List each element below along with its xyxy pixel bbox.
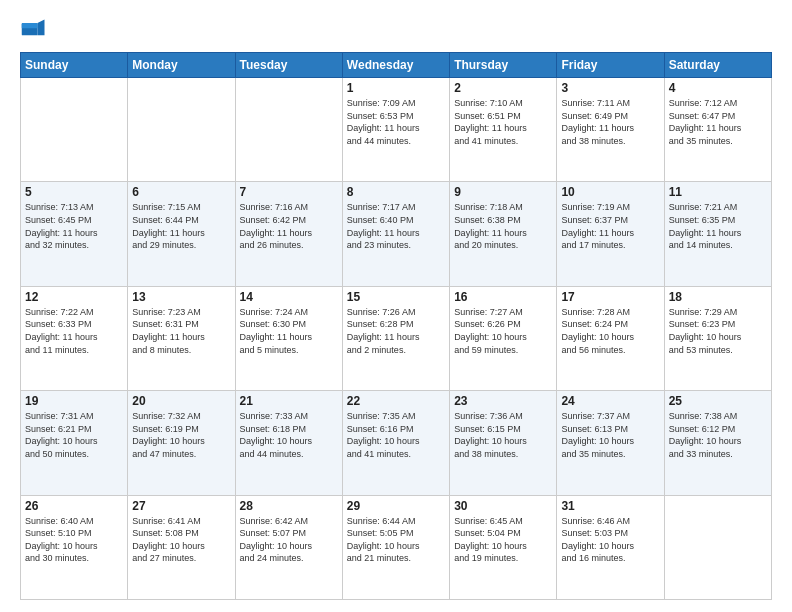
- week-row-3: 12Sunrise: 7:22 AM Sunset: 6:33 PM Dayli…: [21, 286, 772, 390]
- day-info: Sunrise: 7:26 AM Sunset: 6:28 PM Dayligh…: [347, 306, 445, 356]
- day-cell: 8Sunrise: 7:17 AM Sunset: 6:40 PM Daylig…: [342, 182, 449, 286]
- day-info: Sunrise: 7:38 AM Sunset: 6:12 PM Dayligh…: [669, 410, 767, 460]
- day-number: 22: [347, 394, 445, 408]
- day-cell: 31Sunrise: 6:46 AM Sunset: 5:03 PM Dayli…: [557, 495, 664, 599]
- day-cell: 20Sunrise: 7:32 AM Sunset: 6:19 PM Dayli…: [128, 391, 235, 495]
- day-info: Sunrise: 6:40 AM Sunset: 5:10 PM Dayligh…: [25, 515, 123, 565]
- page: SundayMondayTuesdayWednesdayThursdayFrid…: [0, 0, 792, 612]
- day-info: Sunrise: 7:09 AM Sunset: 6:53 PM Dayligh…: [347, 97, 445, 147]
- day-number: 25: [669, 394, 767, 408]
- day-info: Sunrise: 7:33 AM Sunset: 6:18 PM Dayligh…: [240, 410, 338, 460]
- day-info: Sunrise: 7:16 AM Sunset: 6:42 PM Dayligh…: [240, 201, 338, 251]
- day-number: 14: [240, 290, 338, 304]
- day-cell: 19Sunrise: 7:31 AM Sunset: 6:21 PM Dayli…: [21, 391, 128, 495]
- weekday-header-sunday: Sunday: [21, 53, 128, 78]
- day-cell: 27Sunrise: 6:41 AM Sunset: 5:08 PM Dayli…: [128, 495, 235, 599]
- day-info: Sunrise: 7:12 AM Sunset: 6:47 PM Dayligh…: [669, 97, 767, 147]
- day-info: Sunrise: 7:21 AM Sunset: 6:35 PM Dayligh…: [669, 201, 767, 251]
- day-number: 11: [669, 185, 767, 199]
- day-cell: 18Sunrise: 7:29 AM Sunset: 6:23 PM Dayli…: [664, 286, 771, 390]
- day-info: Sunrise: 7:22 AM Sunset: 6:33 PM Dayligh…: [25, 306, 123, 356]
- day-number: 10: [561, 185, 659, 199]
- day-number: 13: [132, 290, 230, 304]
- day-cell: 25Sunrise: 7:38 AM Sunset: 6:12 PM Dayli…: [664, 391, 771, 495]
- day-number: 23: [454, 394, 552, 408]
- day-number: 15: [347, 290, 445, 304]
- week-row-2: 5Sunrise: 7:13 AM Sunset: 6:45 PM Daylig…: [21, 182, 772, 286]
- day-number: 12: [25, 290, 123, 304]
- day-cell: [235, 78, 342, 182]
- day-number: 8: [347, 185, 445, 199]
- day-number: 2: [454, 81, 552, 95]
- day-cell: 11Sunrise: 7:21 AM Sunset: 6:35 PM Dayli…: [664, 182, 771, 286]
- day-cell: 1Sunrise: 7:09 AM Sunset: 6:53 PM Daylig…: [342, 78, 449, 182]
- day-info: Sunrise: 7:17 AM Sunset: 6:40 PM Dayligh…: [347, 201, 445, 251]
- weekday-header-friday: Friday: [557, 53, 664, 78]
- day-number: 26: [25, 499, 123, 513]
- day-number: 29: [347, 499, 445, 513]
- day-info: Sunrise: 7:29 AM Sunset: 6:23 PM Dayligh…: [669, 306, 767, 356]
- day-info: Sunrise: 7:13 AM Sunset: 6:45 PM Dayligh…: [25, 201, 123, 251]
- day-cell: 30Sunrise: 6:45 AM Sunset: 5:04 PM Dayli…: [450, 495, 557, 599]
- day-info: Sunrise: 7:23 AM Sunset: 6:31 PM Dayligh…: [132, 306, 230, 356]
- day-number: 5: [25, 185, 123, 199]
- day-cell: 16Sunrise: 7:27 AM Sunset: 6:26 PM Dayli…: [450, 286, 557, 390]
- day-info: Sunrise: 6:41 AM Sunset: 5:08 PM Dayligh…: [132, 515, 230, 565]
- day-info: Sunrise: 7:36 AM Sunset: 6:15 PM Dayligh…: [454, 410, 552, 460]
- day-cell: 9Sunrise: 7:18 AM Sunset: 6:38 PM Daylig…: [450, 182, 557, 286]
- day-cell: 4Sunrise: 7:12 AM Sunset: 6:47 PM Daylig…: [664, 78, 771, 182]
- day-cell: 15Sunrise: 7:26 AM Sunset: 6:28 PM Dayli…: [342, 286, 449, 390]
- weekday-header-row: SundayMondayTuesdayWednesdayThursdayFrid…: [21, 53, 772, 78]
- svg-marker-1: [38, 20, 45, 36]
- calendar-table: SundayMondayTuesdayWednesdayThursdayFrid…: [20, 52, 772, 600]
- logo: [20, 16, 52, 44]
- day-info: Sunrise: 7:19 AM Sunset: 6:37 PM Dayligh…: [561, 201, 659, 251]
- day-number: 6: [132, 185, 230, 199]
- day-number: 20: [132, 394, 230, 408]
- day-cell: 6Sunrise: 7:15 AM Sunset: 6:44 PM Daylig…: [128, 182, 235, 286]
- day-cell: 5Sunrise: 7:13 AM Sunset: 6:45 PM Daylig…: [21, 182, 128, 286]
- header: [20, 16, 772, 44]
- day-cell: 12Sunrise: 7:22 AM Sunset: 6:33 PM Dayli…: [21, 286, 128, 390]
- day-cell: 2Sunrise: 7:10 AM Sunset: 6:51 PM Daylig…: [450, 78, 557, 182]
- weekday-header-monday: Monday: [128, 53, 235, 78]
- day-info: Sunrise: 6:42 AM Sunset: 5:07 PM Dayligh…: [240, 515, 338, 565]
- day-number: 4: [669, 81, 767, 95]
- weekday-header-saturday: Saturday: [664, 53, 771, 78]
- weekday-header-thursday: Thursday: [450, 53, 557, 78]
- day-cell: 10Sunrise: 7:19 AM Sunset: 6:37 PM Dayli…: [557, 182, 664, 286]
- day-info: Sunrise: 7:35 AM Sunset: 6:16 PM Dayligh…: [347, 410, 445, 460]
- day-cell: [664, 495, 771, 599]
- week-row-4: 19Sunrise: 7:31 AM Sunset: 6:21 PM Dayli…: [21, 391, 772, 495]
- day-number: 24: [561, 394, 659, 408]
- day-number: 18: [669, 290, 767, 304]
- day-number: 28: [240, 499, 338, 513]
- day-number: 3: [561, 81, 659, 95]
- day-cell: 29Sunrise: 6:44 AM Sunset: 5:05 PM Dayli…: [342, 495, 449, 599]
- day-cell: 7Sunrise: 7:16 AM Sunset: 6:42 PM Daylig…: [235, 182, 342, 286]
- day-cell: 13Sunrise: 7:23 AM Sunset: 6:31 PM Dayli…: [128, 286, 235, 390]
- day-cell: 17Sunrise: 7:28 AM Sunset: 6:24 PM Dayli…: [557, 286, 664, 390]
- weekday-header-wednesday: Wednesday: [342, 53, 449, 78]
- day-info: Sunrise: 7:31 AM Sunset: 6:21 PM Dayligh…: [25, 410, 123, 460]
- day-number: 7: [240, 185, 338, 199]
- logo-icon: [20, 16, 48, 44]
- day-info: Sunrise: 6:46 AM Sunset: 5:03 PM Dayligh…: [561, 515, 659, 565]
- day-cell: 21Sunrise: 7:33 AM Sunset: 6:18 PM Dayli…: [235, 391, 342, 495]
- day-cell: 22Sunrise: 7:35 AM Sunset: 6:16 PM Dayli…: [342, 391, 449, 495]
- week-row-1: 1Sunrise: 7:09 AM Sunset: 6:53 PM Daylig…: [21, 78, 772, 182]
- day-number: 16: [454, 290, 552, 304]
- day-info: Sunrise: 7:10 AM Sunset: 6:51 PM Dayligh…: [454, 97, 552, 147]
- day-number: 1: [347, 81, 445, 95]
- day-cell: 24Sunrise: 7:37 AM Sunset: 6:13 PM Dayli…: [557, 391, 664, 495]
- day-info: Sunrise: 7:32 AM Sunset: 6:19 PM Dayligh…: [132, 410, 230, 460]
- day-info: Sunrise: 7:27 AM Sunset: 6:26 PM Dayligh…: [454, 306, 552, 356]
- day-info: Sunrise: 7:28 AM Sunset: 6:24 PM Dayligh…: [561, 306, 659, 356]
- day-cell: [21, 78, 128, 182]
- day-info: Sunrise: 6:44 AM Sunset: 5:05 PM Dayligh…: [347, 515, 445, 565]
- day-cell: 28Sunrise: 6:42 AM Sunset: 5:07 PM Dayli…: [235, 495, 342, 599]
- day-number: 21: [240, 394, 338, 408]
- weekday-header-tuesday: Tuesday: [235, 53, 342, 78]
- day-info: Sunrise: 7:37 AM Sunset: 6:13 PM Dayligh…: [561, 410, 659, 460]
- day-number: 27: [132, 499, 230, 513]
